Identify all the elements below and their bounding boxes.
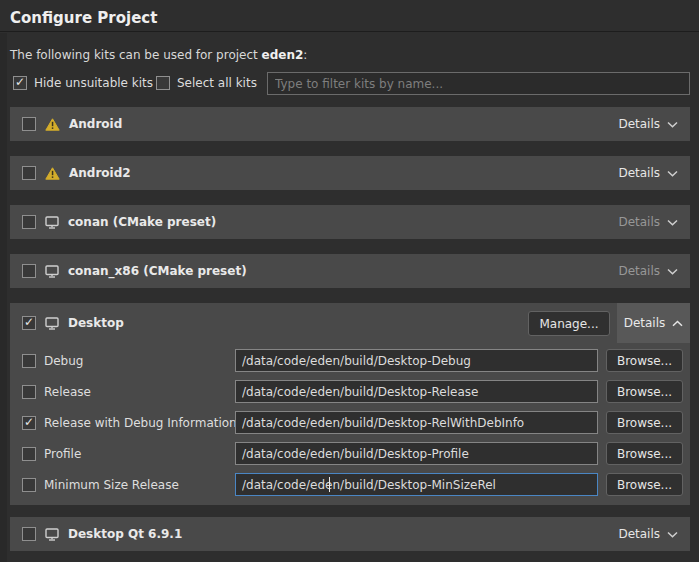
desktop-icon <box>45 528 59 541</box>
checkbox-icon[interactable] <box>13 76 27 90</box>
details-label: Details <box>618 527 660 541</box>
warning-icon <box>45 167 60 180</box>
hide-unsuitable-kits-label: Hide unsuitable kits <box>34 76 153 90</box>
build-config-row-minsizerel: Minimum Size Release Browse... <box>10 473 690 496</box>
build-config-checkbox[interactable] <box>22 478 36 492</box>
kit-row-android2: Android2 Details <box>10 156 690 190</box>
build-dir-input[interactable] <box>235 473 598 496</box>
build-dir-input[interactable] <box>235 380 598 403</box>
desktop-icon <box>45 216 59 229</box>
project-name: eden2 <box>262 48 304 62</box>
details-label: Details <box>618 215 660 229</box>
kit-name: Android2 <box>69 166 131 180</box>
kit-filter-input[interactable] <box>267 72 690 95</box>
details-button[interactable]: Details <box>617 303 690 343</box>
configure-project-page: { "page": { "title": "Configure Project"… <box>0 0 699 562</box>
page-title: Configure Project <box>10 9 157 27</box>
kits-description-colon: : <box>303 48 307 62</box>
browse-button[interactable]: Browse... <box>606 442 683 465</box>
kit-row-conan-x86: conan_x86 (CMake preset) Details <box>10 254 690 288</box>
kit-checkbox[interactable] <box>22 316 36 330</box>
manage-button[interactable]: Manage... <box>528 311 610 336</box>
desktop-icon <box>45 265 59 278</box>
kit-name: Android <box>69 117 122 131</box>
browse-button[interactable]: Browse... <box>606 380 683 403</box>
build-config-checkbox[interactable] <box>22 385 36 399</box>
build-config-row-release: Release Browse... <box>10 380 690 403</box>
desktop-icon <box>45 317 59 330</box>
chevron-down-icon <box>667 166 678 180</box>
details-label: Details <box>624 316 666 330</box>
warning-icon <box>45 118 60 131</box>
build-config-checkbox[interactable] <box>22 416 36 430</box>
kit-row-desktop-qt-691: Desktop Qt 6.9.1 Details <box>10 517 690 551</box>
browse-button[interactable]: Browse... <box>606 349 683 372</box>
details-label: Details <box>618 166 660 180</box>
build-config-row-profile: Profile Browse... <box>10 442 690 465</box>
details-button[interactable]: Details <box>606 107 690 141</box>
build-dir-input[interactable] <box>235 349 598 372</box>
chevron-up-icon <box>672 316 683 330</box>
chevron-down-icon <box>667 215 678 229</box>
kit-row-conan: conan (CMake preset) Details <box>10 205 690 239</box>
build-config-checkbox[interactable] <box>22 447 36 461</box>
build-config-label: Minimum Size Release <box>44 478 179 492</box>
kits-description: The following kits can be used for proje… <box>10 48 307 62</box>
build-config-label: Release with Debug Information <box>44 416 237 430</box>
kit-checkbox[interactable] <box>22 264 36 278</box>
panel-left-edge <box>0 33 7 562</box>
chevron-down-icon <box>667 117 678 131</box>
kit-checkbox[interactable] <box>22 215 36 229</box>
chevron-down-icon <box>667 264 678 278</box>
build-config-row-debug: Debug Browse... <box>10 349 690 372</box>
kits-description-text: The following kits can be used for proje… <box>10 48 262 62</box>
build-dir-input[interactable] <box>235 442 598 465</box>
hide-unsuitable-kits-checkbox[interactable]: Hide unsuitable kits <box>13 74 153 91</box>
build-config-label: Profile <box>44 447 81 461</box>
details-label: Details <box>618 264 660 278</box>
select-all-kits-checkbox[interactable]: Select all kits <box>156 74 257 91</box>
details-button[interactable]: Details <box>606 254 690 288</box>
kit-section-desktop: Desktop Manage... Details Debug Browse..… <box>10 303 690 505</box>
kit-name: Desktop <box>68 316 124 330</box>
build-dir-input[interactable] <box>235 411 598 434</box>
kit-checkbox[interactable] <box>22 527 36 541</box>
browse-button[interactable]: Browse... <box>606 411 683 434</box>
details-button[interactable]: Details <box>606 517 690 551</box>
kit-name: Desktop Qt 6.9.1 <box>68 527 182 541</box>
text-caret <box>329 477 330 492</box>
build-config-checkbox[interactable] <box>22 354 36 368</box>
kit-name: conan_x86 (CMake preset) <box>68 264 247 278</box>
details-button[interactable]: Details <box>606 156 690 190</box>
kit-row-android: Android Details <box>10 107 690 141</box>
select-all-kits-label: Select all kits <box>177 76 257 90</box>
kit-row-desktop: Desktop Manage... Details <box>10 303 690 343</box>
details-button[interactable]: Details <box>606 205 690 239</box>
title-divider <box>0 31 699 32</box>
checkbox-icon[interactable] <box>156 76 170 90</box>
kit-checkbox[interactable] <box>22 166 36 180</box>
build-config-label: Debug <box>44 354 83 368</box>
kit-checkbox[interactable] <box>22 117 36 131</box>
build-config-label: Release <box>44 385 91 399</box>
build-config-row-relwithdebinfo: Release with Debug Information Browse... <box>10 411 690 434</box>
details-label: Details <box>618 117 660 131</box>
kit-name: conan (CMake preset) <box>68 215 216 229</box>
chevron-down-icon <box>667 527 678 541</box>
browse-button[interactable]: Browse... <box>606 473 683 496</box>
